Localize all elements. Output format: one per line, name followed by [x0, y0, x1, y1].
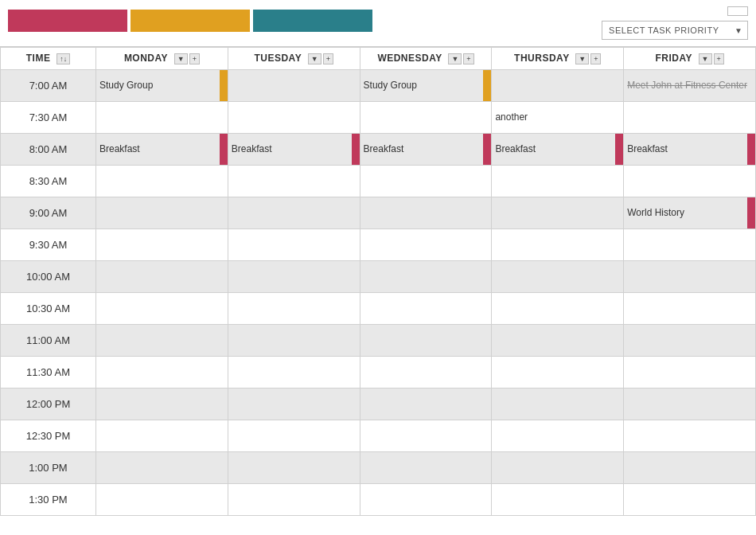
task-text: Breakfast [232, 143, 283, 154]
friday-cell-3[interactable] [624, 165, 756, 197]
monday-cell-8[interactable] [96, 324, 228, 356]
friday-cell-4[interactable]: World History [624, 197, 756, 228]
col-time-label: TIME [26, 53, 51, 64]
friday-cell-8[interactable] [624, 324, 756, 356]
wednesday-cell-0[interactable]: Study Group [360, 69, 492, 101]
thursday-cell-6[interactable] [492, 260, 624, 292]
priority-bar [220, 134, 228, 165]
wednesday-cell-2[interactable]: Breakfast [360, 133, 492, 165]
priority-select[interactable]: SELECT TASK PRIORITY ALL HIGH MEDIUM LOW [602, 21, 730, 39]
friday-cell-7[interactable] [624, 292, 756, 324]
monday-cell-1[interactable] [96, 101, 228, 133]
wednesday-cell-5[interactable] [360, 228, 492, 260]
friday-btn2[interactable]: + [714, 53, 724, 64]
wednesday-cell-10[interactable] [360, 388, 492, 420]
monday-cell-7[interactable] [96, 292, 228, 324]
monday-cell-10[interactable] [96, 388, 228, 420]
tuesday-cell-3[interactable] [228, 165, 360, 197]
wednesday-btn2[interactable]: + [463, 53, 473, 64]
monday-cell-9[interactable] [96, 356, 228, 388]
thursday-cell-4[interactable] [492, 197, 624, 228]
tuesday-cell-7[interactable] [228, 292, 360, 324]
friday-cell-10[interactable] [624, 388, 756, 420]
wednesday-cell-7[interactable] [360, 292, 492, 324]
wednesday-cell-3[interactable] [360, 165, 492, 197]
tuesday-cell-12[interactable] [228, 451, 360, 483]
tuesday-cell-0[interactable] [228, 69, 360, 101]
thursday-cell-0[interactable] [492, 69, 624, 101]
friday-cell-5[interactable] [624, 228, 756, 260]
thursday-cell-8[interactable] [492, 324, 624, 356]
monday-cell-11[interactable] [96, 420, 228, 451]
thursday-btn2[interactable]: + [590, 53, 601, 64]
friday-cell-12[interactable] [624, 451, 756, 483]
monday-cell-2[interactable]: Breakfast [96, 133, 228, 165]
table-row: 8:30 AM [1, 165, 756, 197]
monday-cell-12[interactable] [96, 451, 228, 483]
time-cell: 12:00 PM [1, 388, 96, 420]
priority-select-wrap: SELECT TASK PRIORITY ALL HIGH MEDIUM LOW… [602, 21, 748, 40]
task-text: Breakfast [627, 143, 679, 154]
table-row: 9:30 AM [1, 228, 756, 260]
thursday-btn1[interactable]: ▼ [575, 53, 589, 64]
toggle-task-completion-button[interactable] [727, 6, 748, 16]
thursday-cell-1[interactable]: another [492, 101, 624, 133]
friday-cell-13[interactable] [624, 483, 756, 515]
monday-cell-6[interactable] [96, 260, 228, 292]
time-sort-btn[interactable]: ↑↓ [57, 53, 70, 64]
wednesday-btn1[interactable]: ▼ [448, 53, 462, 64]
monday-cell-13[interactable] [96, 483, 228, 515]
wednesday-cell-8[interactable] [360, 324, 492, 356]
friday-cell-2[interactable]: Breakfast [624, 133, 756, 165]
tuesday-cell-4[interactable] [228, 197, 360, 228]
monday-cell-0[interactable]: Study Group [96, 69, 228, 101]
friday-cell-11[interactable] [624, 420, 756, 451]
thursday-cell-7[interactable] [492, 292, 624, 324]
tuesday-cell-13[interactable] [228, 483, 360, 515]
thursday-cell-10[interactable] [492, 388, 624, 420]
friday-btn1[interactable]: ▼ [699, 53, 712, 64]
thursday-cell-12[interactable] [492, 451, 624, 483]
tuesday-cell-5[interactable] [228, 228, 360, 260]
monday-cell-4[interactable] [96, 197, 228, 228]
friday-cell-9[interactable] [624, 356, 756, 388]
friday-cell-1[interactable] [624, 101, 756, 133]
table-row: 10:30 AM [1, 292, 756, 324]
tuesday-cell-9[interactable] [228, 356, 360, 388]
priority-bar [747, 197, 755, 228]
tuesday-cell-8[interactable] [228, 324, 360, 356]
tuesday-cell-1[interactable] [228, 101, 360, 133]
table-row: 8:00 AMBreakfastBreakfastBreakfastBreakf… [1, 133, 756, 165]
priority-bar [483, 70, 491, 101]
friday-cell-6[interactable] [624, 260, 756, 292]
wednesday-cell-11[interactable] [360, 420, 492, 451]
priority-bar [220, 70, 228, 101]
wednesday-cell-6[interactable] [360, 260, 492, 292]
wednesday-cell-1[interactable] [360, 101, 492, 133]
thursday-cell-13[interactable] [492, 483, 624, 515]
wednesday-cell-12[interactable] [360, 451, 492, 483]
wednesday-cell-4[interactable] [360, 197, 492, 228]
friday-cell-0[interactable]: Meet John at Fitness Center [624, 69, 756, 101]
tuesday-cell-2[interactable]: Breakfast [228, 133, 360, 165]
thursday-cell-2[interactable]: Breakfast [492, 133, 624, 165]
tuesday-btn2[interactable]: + [323, 53, 333, 64]
wednesday-cell-13[interactable] [360, 483, 492, 515]
time-cell: 8:30 AM [1, 165, 96, 197]
monday-cell-3[interactable] [96, 165, 228, 197]
priority-bar [483, 134, 491, 165]
thursday-cell-9[interactable] [492, 356, 624, 388]
tuesday-btn1[interactable]: ▼ [308, 53, 321, 64]
time-cell: 12:30 PM [1, 420, 96, 451]
col-thursday: THURSDAY ▼ + [492, 48, 624, 70]
tuesday-cell-10[interactable] [228, 388, 360, 420]
wednesday-cell-9[interactable] [360, 356, 492, 388]
tuesday-cell-6[interactable] [228, 260, 360, 292]
thursday-cell-5[interactable] [492, 228, 624, 260]
monday-cell-5[interactable] [96, 228, 228, 260]
thursday-cell-3[interactable] [492, 165, 624, 197]
thursday-cell-11[interactable] [492, 420, 624, 451]
monday-btn2[interactable]: + [189, 53, 200, 64]
tuesday-cell-11[interactable] [228, 420, 360, 451]
monday-btn1[interactable]: ▼ [174, 53, 188, 64]
